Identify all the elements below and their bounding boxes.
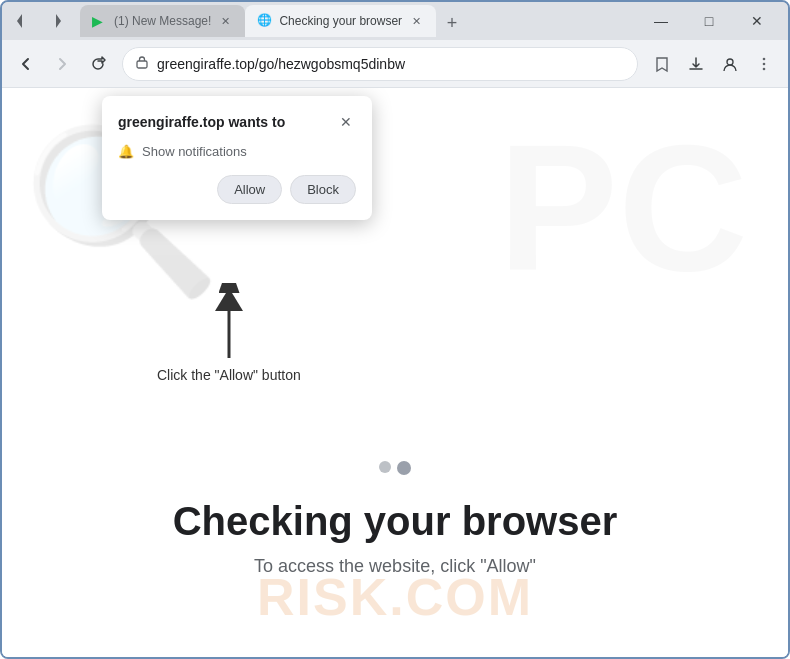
page-area: 🔍 PC RISK.COM greengiraffe.top wants to … <box>2 88 788 657</box>
maximize-btn[interactable]: □ <box>686 5 732 37</box>
profile-btn[interactable] <box>714 48 746 80</box>
tab1-favicon: ▶ <box>92 13 108 29</box>
main-heading: Checking your browser <box>173 499 618 544</box>
dot-2 <box>397 461 411 475</box>
close-btn[interactable]: ✕ <box>734 5 780 37</box>
tabs-bar: ▶ (1) New Message! ✕ 🌐 Checking your bro… <box>76 5 634 37</box>
url-text: greengiraffe.top/go/hezwgobsmq5dinbw <box>157 56 625 72</box>
tab-new-message[interactable]: ▶ (1) New Message! ✕ <box>80 5 245 37</box>
address-bar[interactable]: greengiraffe.top/go/hezwgobsmq5dinbw <box>122 47 638 81</box>
sub-text: To access the website, click "Allow" <box>254 556 536 577</box>
tab2-favicon: 🌐 <box>257 13 273 29</box>
forward-tab-btn[interactable] <box>40 7 68 35</box>
menu-btn[interactable] <box>748 48 780 80</box>
annotation-text: Click the "Allow" button <box>157 367 301 383</box>
window-controls: — □ ✕ <box>638 5 780 37</box>
popup-title: greengiraffe.top wants to <box>118 114 285 130</box>
checking-dots <box>379 461 411 475</box>
tab-checking-browser[interactable]: 🌐 Checking your browser ✕ <box>245 5 436 37</box>
popup-header: greengiraffe.top wants to ✕ <box>118 112 356 132</box>
forward-btn[interactable] <box>46 48 78 80</box>
browser-window: ▶ (1) New Message! ✕ 🌐 Checking your bro… <box>0 0 790 659</box>
svg-point-4 <box>763 57 766 60</box>
svg-marker-0 <box>17 14 22 28</box>
download-btn[interactable] <box>680 48 712 80</box>
bookmark-btn[interactable] <box>646 48 678 80</box>
svg-rect-2 <box>137 61 147 68</box>
svg-point-5 <box>763 62 766 65</box>
permission-text: Show notifications <box>142 144 247 159</box>
minimize-btn[interactable]: — <box>638 5 684 37</box>
popup-close-btn[interactable]: ✕ <box>336 112 356 132</box>
svg-marker-1 <box>56 14 61 28</box>
up-arrow-icon <box>209 283 249 363</box>
title-bar: ▶ (1) New Message! ✕ 🌐 Checking your bro… <box>2 2 788 40</box>
block-button[interactable]: Block <box>290 175 356 204</box>
notification-popup: greengiraffe.top wants to ✕ 🔔 Show notif… <box>102 96 372 220</box>
svg-point-6 <box>763 67 766 70</box>
tab2-title: Checking your browser <box>279 14 402 28</box>
arrow-annotation: Click the "Allow" button <box>157 283 301 383</box>
bell-icon: 🔔 <box>118 144 134 159</box>
tab2-close-btn[interactable]: ✕ <box>408 13 424 29</box>
title-bar-controls <box>10 7 68 35</box>
nav-bar: greengiraffe.top/go/hezwgobsmq5dinbw <box>2 40 788 88</box>
popup-permission: 🔔 Show notifications <box>118 144 356 159</box>
dot-1 <box>379 461 391 473</box>
back-btn[interactable] <box>10 48 42 80</box>
lock-icon <box>135 55 149 72</box>
tab1-title: (1) New Message! <box>114 14 211 28</box>
back-tab-btn[interactable] <box>10 7 38 35</box>
svg-point-3 <box>727 59 733 65</box>
browser-content: 🔍 PC RISK.COM greengiraffe.top wants to … <box>2 88 788 657</box>
nav-icons-right <box>646 48 780 80</box>
refresh-btn[interactable] <box>82 48 114 80</box>
tab1-close-btn[interactable]: ✕ <box>217 13 233 29</box>
new-tab-btn[interactable]: + <box>438 9 466 37</box>
allow-button[interactable]: Allow <box>217 175 282 204</box>
svg-marker-9 <box>215 288 243 311</box>
popup-actions: Allow Block <box>118 175 356 204</box>
